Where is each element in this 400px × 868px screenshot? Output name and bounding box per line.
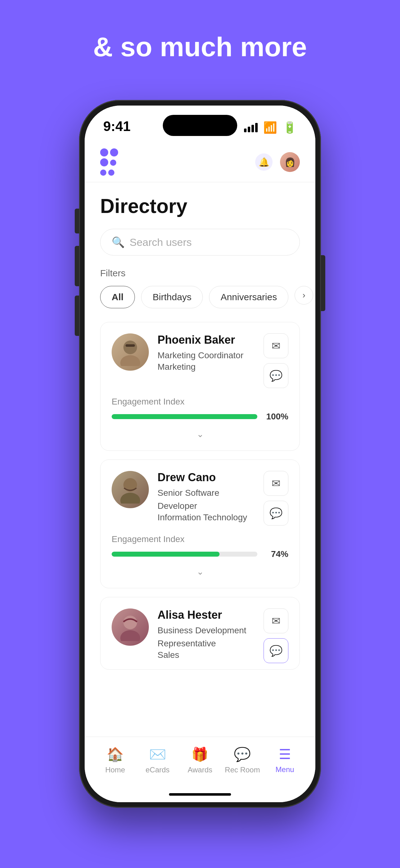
user-name-drew: Drew Cano <box>158 471 255 484</box>
filters-label: Filters <box>100 268 300 278</box>
search-placeholder-text: Search users <box>130 236 192 248</box>
logo-dot <box>110 160 116 166</box>
nav-label-recroom: Rec Room <box>225 766 260 774</box>
nav-label-awards: Awards <box>188 766 212 774</box>
user-info-drew: Drew Cano Senior Software Developer Info… <box>158 471 255 523</box>
user-dept-drew: Information Technology <box>158 513 255 523</box>
page-title: Directory <box>100 195 300 218</box>
engagement-label-drew: Engagement Index <box>112 534 288 544</box>
nav-item-home[interactable]: 🏠 Home <box>94 743 136 777</box>
user-card-top: Phoenix Baker Marketing Coordinator Mark… <box>112 333 288 388</box>
awards-icon: 🎁 <box>191 746 208 763</box>
progress-pct-drew: 74% <box>264 549 288 559</box>
nav-item-ecards[interactable]: ✉️ eCards <box>136 743 179 777</box>
menu-icon: ☰ <box>279 746 291 762</box>
user-role-alisa: Business Development Representative <box>158 624 255 650</box>
volume-up-button <box>75 246 79 286</box>
svg-point-4 <box>120 493 140 503</box>
search-bar[interactable]: 🔍 Search users <box>100 229 300 255</box>
status-time: 9:41 <box>103 119 131 134</box>
user-name-alisa: Alisa Hester <box>158 609 255 621</box>
filter-chips: All Birthdays Anniversaries › <box>100 286 300 308</box>
nav-label-ecards: eCards <box>146 766 170 774</box>
filter-chip-birthdays[interactable]: Birthdays <box>141 286 203 308</box>
user-card-alisa: Alisa Hester Business Development Repres… <box>100 597 300 670</box>
signal-bar-4 <box>255 123 258 132</box>
user-card-drew: Drew Cano Senior Software Developer Info… <box>100 460 300 588</box>
engagement-section-phoenix: Engagement Index 100% <box>112 397 288 422</box>
logo-dot <box>100 148 108 156</box>
home-icon: 🏠 <box>107 746 124 763</box>
user-card-phoenix: Phoenix Baker Marketing Coordinator Mark… <box>100 322 300 451</box>
wifi-icon: 📶 <box>263 121 277 134</box>
signal-icon <box>244 123 258 132</box>
volume-down-button <box>75 296 79 336</box>
user-card-top-drew: Drew Cano Senior Software Developer Info… <box>112 471 288 526</box>
signal-bar-1 <box>244 128 246 132</box>
svg-point-1 <box>120 355 140 366</box>
email-button-alisa[interactable]: ✉ <box>264 609 288 633</box>
recroom-icon: 💬 <box>234 746 251 763</box>
user-avatar-phoenix <box>112 333 149 371</box>
filter-chip-anniversaries[interactable]: Anniversaries <box>209 286 288 308</box>
phone-mockup: 9:41 📶 🔋 <box>79 100 321 808</box>
message-button-alisa[interactable]: 💬 <box>264 638 288 663</box>
user-info-phoenix: Phoenix Baker Marketing Coordinator Mark… <box>158 333 255 372</box>
logo-dot <box>108 169 114 176</box>
nav-label-menu: Menu <box>276 765 294 774</box>
chevron-down-icon-drew: ⌄ <box>197 566 204 577</box>
nav-label-home: Home <box>105 766 125 774</box>
message-button-phoenix[interactable]: 💬 <box>264 363 288 388</box>
nav-item-awards[interactable]: 🎁 Awards <box>179 743 222 777</box>
user-name-phoenix: Phoenix Baker <box>158 333 255 346</box>
user-avatar-header[interactable]: 👩 <box>280 152 300 172</box>
home-bar <box>169 793 231 796</box>
app-header: 🔔 👩 <box>85 140 315 182</box>
email-button-phoenix[interactable]: ✉ <box>264 333 288 358</box>
logo-dot <box>100 158 108 166</box>
header-right: 🔔 👩 <box>255 152 300 172</box>
filter-chip-all[interactable]: All <box>100 286 135 308</box>
progress-bar-bg-phoenix <box>112 414 257 419</box>
nav-item-recroom[interactable]: 💬 Rec Room <box>221 743 264 777</box>
page-heading: & so much more <box>93 31 307 63</box>
progress-bar-bg-drew <box>112 552 257 557</box>
search-icon: 🔍 <box>112 236 125 248</box>
progress-bar-fill-drew <box>112 552 220 557</box>
home-indicator <box>85 787 315 802</box>
user-dept-phoenix: Marketing <box>158 362 255 372</box>
card-chevron-phoenix[interactable]: ⌄ <box>112 429 288 439</box>
signal-bar-3 <box>252 125 254 132</box>
filter-more-button[interactable]: › <box>295 286 313 305</box>
user-dept-alisa: Sales <box>158 650 255 660</box>
card-actions-drew: ✉ 💬 <box>264 471 288 526</box>
app-logo <box>100 148 122 176</box>
status-icons: 📶 🔋 <box>244 121 297 134</box>
main-content: Directory 🔍 Search users Filters All Bir… <box>85 182 315 737</box>
email-button-drew[interactable]: ✉ <box>264 471 288 496</box>
user-avatar-alisa <box>112 609 149 646</box>
chevron-down-icon-phoenix: ⌄ <box>197 429 204 439</box>
svg-point-6 <box>120 630 140 641</box>
notifications-button[interactable]: 🔔 <box>255 153 272 171</box>
power-button <box>321 255 325 311</box>
phone-screen: 9:41 📶 🔋 <box>85 105 315 802</box>
progress-bar-fill-phoenix <box>112 414 257 419</box>
user-role-drew: Senior Software Developer <box>158 487 255 513</box>
logo-dot <box>100 169 106 176</box>
signal-bar-2 <box>248 127 250 132</box>
user-info-alisa: Alisa Hester Business Development Repres… <box>158 609 255 660</box>
logo-dot <box>110 148 118 156</box>
progress-pct-phoenix: 100% <box>264 412 288 422</box>
engagement-label-phoenix: Engagement Index <box>112 397 288 407</box>
message-button-drew[interactable]: 💬 <box>264 501 288 526</box>
svg-point-3 <box>124 478 137 492</box>
svg-rect-2 <box>126 344 135 347</box>
nav-item-menu[interactable]: ☰ Menu <box>264 743 306 777</box>
engagement-section-drew: Engagement Index 74% <box>112 534 288 559</box>
bottom-nav: 🏠 Home ✉️ eCards 🎁 Awards 💬 Rec Room ☰ M… <box>85 737 315 787</box>
user-avatar-drew <box>112 471 149 508</box>
card-actions-phoenix: ✉ 💬 <box>264 333 288 388</box>
card-chevron-drew[interactable]: ⌄ <box>112 566 288 577</box>
card-actions-alisa: ✉ 💬 <box>264 609 288 663</box>
